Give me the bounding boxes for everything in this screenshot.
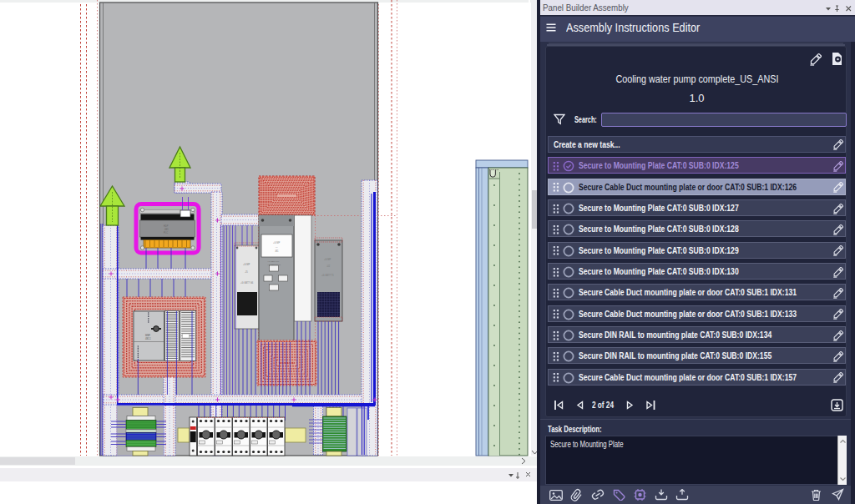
svg-text:—: — <box>276 246 278 249</box>
svg-text:4B1: 4B1 <box>164 228 169 231</box>
svg-text:MMF: MMF <box>145 334 150 337</box>
svg-text:PLC: PLC <box>164 231 168 234</box>
svg-text:+G GBT7 T1: +G GBT7 T1 <box>321 274 334 277</box>
svg-text:+G GBT7 G6: +G GBT7 G6 <box>240 281 254 285</box>
svg-text:-J5: -J5 <box>245 270 248 274</box>
svg-text:-U2: -U2 <box>326 265 331 268</box>
svg-text:+G GBT7 G6: +G GBT7 G6 <box>267 260 280 263</box>
svg-text:+G MP: +G MP <box>273 241 280 244</box>
svg-text:+G MP: +G MP <box>324 258 331 261</box>
svg-text:-M1: -M1 <box>275 249 279 253</box>
svg-text:+G MP: +G MP <box>243 263 250 266</box>
svg-text:HDP: HDP <box>164 224 169 228</box>
svg-text:4B1.1: 4B1.1 <box>145 337 151 340</box>
